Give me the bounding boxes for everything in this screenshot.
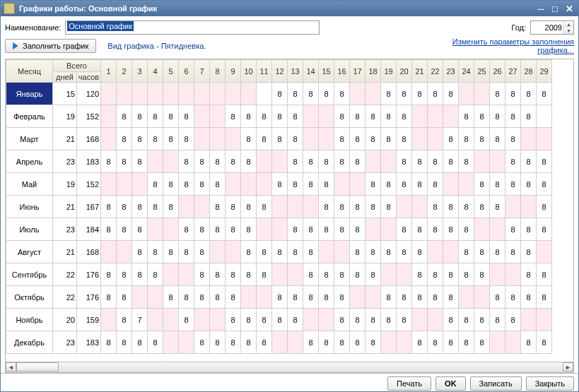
maximize-button[interactable]: □ <box>549 3 561 14</box>
day-cell[interactable]: 8 <box>397 150 412 173</box>
day-cell[interactable]: 8 <box>443 331 459 354</box>
fill-schedule-button[interactable]: Заполнить график <box>5 39 96 53</box>
day-cell[interactable]: 8 <box>132 150 148 173</box>
day-cell[interactable]: 8 <box>397 128 412 150</box>
day-cell[interactable]: 8 <box>459 196 474 218</box>
day-cell[interactable]: 8 <box>490 241 505 263</box>
day-cell[interactable]: 8 <box>334 309 350 331</box>
day-cell[interactable] <box>350 83 365 105</box>
day-cell[interactable]: 8 <box>443 309 459 331</box>
day-cell[interactable]: 8 <box>303 241 319 263</box>
day-cell[interactable]: 8 <box>210 173 226 196</box>
day-cell[interactable]: 8 <box>521 286 537 309</box>
day-cell[interactable]: 8 <box>505 309 521 331</box>
day-cell[interactable] <box>381 218 397 241</box>
day-cell[interactable]: 8 <box>132 196 148 218</box>
day-cell[interactable]: 8 <box>428 196 443 218</box>
day-cell[interactable] <box>490 218 505 241</box>
day-cell[interactable] <box>397 196 412 218</box>
day-cell[interactable]: 8 <box>272 241 288 263</box>
table-row[interactable]: Июнь 21 16788888888888888888888 <box>6 196 552 218</box>
day-cell[interactable] <box>194 196 210 218</box>
day-cell[interactable] <box>163 263 179 286</box>
horizontal-scrollbar[interactable]: ◄ ► <box>6 362 573 372</box>
day-cell[interactable]: 8 <box>334 286 350 309</box>
day-cell[interactable] <box>117 241 132 263</box>
day-cell[interactable]: 8 <box>303 150 319 173</box>
day-cell[interactable] <box>194 83 210 105</box>
day-cell[interactable]: 8 <box>132 105 148 128</box>
day-cell[interactable] <box>428 128 443 150</box>
day-cell[interactable] <box>241 286 257 309</box>
day-cell[interactable] <box>319 128 334 150</box>
day-cell[interactable] <box>474 218 490 241</box>
day-cell[interactable]: 8 <box>428 218 443 241</box>
day-cell[interactable] <box>537 105 552 128</box>
day-cell[interactable]: 8 <box>241 263 257 286</box>
day-cell[interactable]: 8 <box>350 218 365 241</box>
day-cell[interactable]: 8 <box>257 241 272 263</box>
close-dialog-button[interactable]: Закрыть <box>526 376 574 391</box>
day-cell[interactable] <box>194 128 210 150</box>
day-cell[interactable]: 8 <box>148 128 163 150</box>
table-row[interactable]: Март 21 1688888888888888888888 <box>6 128 552 150</box>
day-cell[interactable] <box>505 263 521 286</box>
day-cell[interactable] <box>459 173 474 196</box>
day-cell[interactable]: 8 <box>226 331 241 354</box>
day-cell[interactable] <box>148 83 163 105</box>
minimize-button[interactable]: ─ <box>534 3 547 14</box>
close-button[interactable]: ✕ <box>563 3 575 14</box>
day-cell[interactable]: 8 <box>428 331 443 354</box>
table-row[interactable]: Сентябрь 22 176888888888888888888888 <box>6 263 552 286</box>
day-cell[interactable]: 8 <box>272 105 288 128</box>
day-cell[interactable]: 8 <box>117 263 132 286</box>
name-input[interactable]: Основной график <box>65 20 320 35</box>
day-cell[interactable] <box>132 173 148 196</box>
day-cell[interactable] <box>272 150 288 173</box>
day-cell[interactable] <box>163 309 179 331</box>
day-cell[interactable]: 8 <box>148 173 163 196</box>
day-cell[interactable] <box>412 196 428 218</box>
day-cell[interactable]: 8 <box>474 263 490 286</box>
day-cell[interactable]: 8 <box>381 309 397 331</box>
day-cell[interactable]: 8 <box>179 241 194 263</box>
day-cell[interactable] <box>101 309 117 331</box>
day-cell[interactable]: 8 <box>350 128 365 150</box>
table-row[interactable]: Май 19 1528888888888888888888 <box>6 173 552 196</box>
day-cell[interactable]: 8 <box>521 241 537 263</box>
day-cell[interactable] <box>319 105 334 128</box>
day-cell[interactable]: 8 <box>117 105 132 128</box>
day-cell[interactable]: 8 <box>319 218 334 241</box>
day-cell[interactable]: 8 <box>241 196 257 218</box>
table-row[interactable]: Февраль 19 15288888888888888888888 <box>6 105 552 128</box>
day-cell[interactable]: 8 <box>334 196 350 218</box>
day-cell[interactable]: 8 <box>412 331 428 354</box>
day-cell[interactable]: 8 <box>521 150 537 173</box>
day-cell[interactable]: 8 <box>257 331 272 354</box>
day-cell[interactable]: 8 <box>505 128 521 150</box>
print-button[interactable]: Печать <box>387 376 431 391</box>
schedule-table[interactable]: Месяц Всего12345678910111213141516171819… <box>6 59 552 354</box>
day-cell[interactable] <box>194 309 210 331</box>
day-cell[interactable] <box>210 83 226 105</box>
day-cell[interactable]: 8 <box>397 309 412 331</box>
day-cell[interactable] <box>257 218 272 241</box>
day-cell[interactable] <box>241 83 257 105</box>
day-cell[interactable]: 8 <box>365 128 381 150</box>
day-cell[interactable] <box>210 241 226 263</box>
day-cell[interactable]: 8 <box>163 196 179 218</box>
day-cell[interactable]: 8 <box>288 241 303 263</box>
day-cell[interactable]: 8 <box>194 263 210 286</box>
day-cell[interactable]: 8 <box>381 128 397 150</box>
day-cell[interactable]: 8 <box>521 263 537 286</box>
day-cell[interactable] <box>428 241 443 263</box>
day-cell[interactable]: 8 <box>474 105 490 128</box>
day-cell[interactable]: 8 <box>319 286 334 309</box>
day-cell[interactable] <box>226 241 241 263</box>
scroll-left-icon[interactable]: ◄ <box>6 362 16 372</box>
day-cell[interactable]: 8 <box>117 331 132 354</box>
day-cell[interactable]: 8 <box>272 309 288 331</box>
day-cell[interactable]: 8 <box>412 150 428 173</box>
day-cell[interactable]: 8 <box>537 263 552 286</box>
day-cell[interactable] <box>179 196 194 218</box>
